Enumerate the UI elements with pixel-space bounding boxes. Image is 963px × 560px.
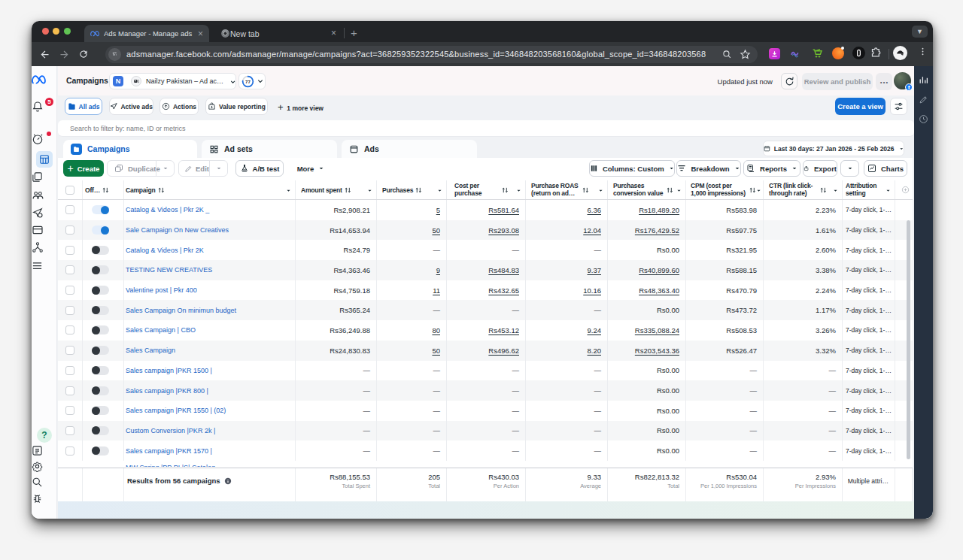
svg-text:77: 77 [245, 78, 251, 83]
